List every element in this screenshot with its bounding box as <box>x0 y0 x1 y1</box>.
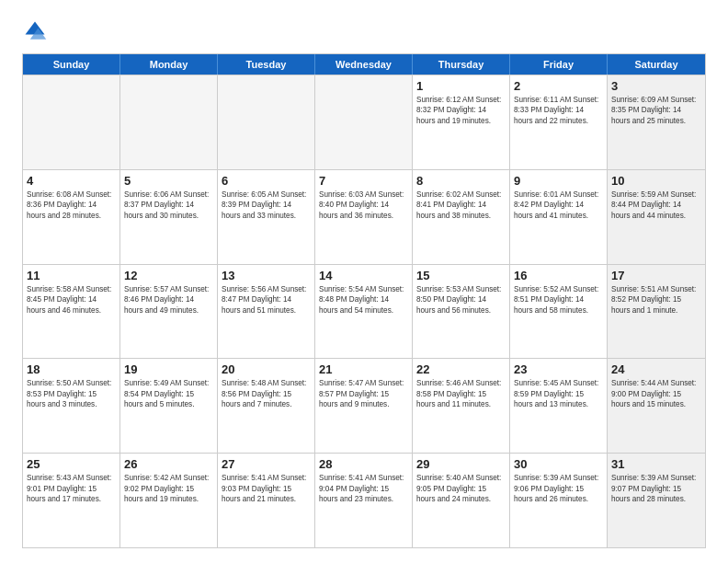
calendar-cell-22: 22Sunrise: 5:46 AM Sunset: 8:58 PM Dayli… <box>413 359 510 453</box>
calendar-cell-23: 23Sunrise: 5:45 AM Sunset: 8:59 PM Dayli… <box>510 359 608 453</box>
day-info: Sunrise: 6:12 AM Sunset: 8:32 PM Dayligh… <box>416 95 506 126</box>
calendar-cell-27: 27Sunrise: 5:41 AM Sunset: 9:03 PM Dayli… <box>218 454 315 547</box>
day-info: Sunrise: 6:02 AM Sunset: 8:41 PM Dayligh… <box>416 190 506 221</box>
calendar-header-tuesday: Tuesday <box>218 54 315 75</box>
calendar-cell-14: 14Sunrise: 5:54 AM Sunset: 8:48 PM Dayli… <box>315 265 413 359</box>
calendar-cell-28: 28Sunrise: 5:41 AM Sunset: 9:04 PM Dayli… <box>315 454 413 547</box>
header <box>22 18 706 44</box>
day-info: Sunrise: 5:51 AM Sunset: 8:52 PM Dayligh… <box>611 284 701 316</box>
day-info: Sunrise: 5:42 AM Sunset: 9:02 PM Dayligh… <box>124 473 213 504</box>
day-info: Sunrise: 5:41 AM Sunset: 9:03 PM Dayligh… <box>222 473 311 504</box>
day-number: 30 <box>514 457 603 471</box>
day-number: 5 <box>124 174 213 188</box>
calendar-week-1: 1Sunrise: 6:12 AM Sunset: 8:32 PM Daylig… <box>23 75 705 169</box>
day-info: Sunrise: 5:39 AM Sunset: 9:07 PM Dayligh… <box>611 473 701 504</box>
calendar-cell-21: 21Sunrise: 5:47 AM Sunset: 8:57 PM Dayli… <box>315 359 413 453</box>
calendar-cell-31: 31Sunrise: 5:39 AM Sunset: 9:07 PM Dayli… <box>608 454 705 547</box>
calendar-cell-16: 16Sunrise: 5:52 AM Sunset: 8:51 PM Dayli… <box>510 265 608 359</box>
calendar-cell-15: 15Sunrise: 5:53 AM Sunset: 8:50 PM Dayli… <box>413 265 510 359</box>
day-info: Sunrise: 5:44 AM Sunset: 9:00 PM Dayligh… <box>611 378 701 409</box>
day-number: 17 <box>611 269 701 282</box>
day-info: Sunrise: 6:08 AM Sunset: 8:36 PM Dayligh… <box>27 190 116 221</box>
calendar-week-5: 25Sunrise: 5:43 AM Sunset: 9:01 PM Dayli… <box>23 453 705 547</box>
day-number: 23 <box>514 362 603 376</box>
calendar-cell-26: 26Sunrise: 5:42 AM Sunset: 9:02 PM Dayli… <box>120 454 218 547</box>
day-number: 19 <box>124 362 213 376</box>
day-number: 2 <box>514 79 603 93</box>
day-info: Sunrise: 5:49 AM Sunset: 8:54 PM Dayligh… <box>124 378 213 409</box>
day-number: 28 <box>319 457 408 471</box>
calendar: SundayMondayTuesdayWednesdayThursdayFrid… <box>22 53 706 548</box>
day-info: Sunrise: 5:58 AM Sunset: 8:45 PM Dayligh… <box>27 284 116 316</box>
calendar-cell-20: 20Sunrise: 5:48 AM Sunset: 8:56 PM Dayli… <box>218 359 315 453</box>
calendar-header-friday: Friday <box>510 54 608 75</box>
calendar-cell-18: 18Sunrise: 5:50 AM Sunset: 8:53 PM Dayli… <box>23 359 120 453</box>
logo <box>22 18 51 44</box>
day-info: Sunrise: 6:06 AM Sunset: 8:37 PM Dayligh… <box>124 190 213 221</box>
day-info: Sunrise: 5:40 AM Sunset: 9:05 PM Dayligh… <box>416 473 506 504</box>
day-number: 15 <box>416 269 506 282</box>
calendar-header-wednesday: Wednesday <box>315 54 413 75</box>
day-number: 4 <box>27 174 116 188</box>
calendar-cell-9: 9Sunrise: 6:01 AM Sunset: 8:42 PM Daylig… <box>510 170 608 264</box>
calendar-header-thursday: Thursday <box>413 54 510 75</box>
calendar-cell-6: 6Sunrise: 6:05 AM Sunset: 8:39 PM Daylig… <box>218 170 315 264</box>
day-number: 14 <box>319 269 408 282</box>
calendar-cell-25: 25Sunrise: 5:43 AM Sunset: 9:01 PM Dayli… <box>23 454 120 547</box>
day-info: Sunrise: 6:05 AM Sunset: 8:39 PM Dayligh… <box>222 190 311 221</box>
day-info: Sunrise: 5:52 AM Sunset: 8:51 PM Dayligh… <box>514 284 603 316</box>
calendar-cell-24: 24Sunrise: 5:44 AM Sunset: 9:00 PM Dayli… <box>608 359 705 453</box>
day-info: Sunrise: 5:45 AM Sunset: 8:59 PM Dayligh… <box>514 378 603 409</box>
calendar-cell-empty-1 <box>120 75 218 169</box>
day-number: 31 <box>611 457 701 471</box>
calendar-cell-29: 29Sunrise: 5:40 AM Sunset: 9:05 PM Dayli… <box>413 454 510 547</box>
day-number: 11 <box>27 269 116 282</box>
day-info: Sunrise: 6:01 AM Sunset: 8:42 PM Dayligh… <box>514 190 603 221</box>
calendar-header-sunday: Sunday <box>23 54 120 75</box>
day-number: 9 <box>514 174 603 188</box>
logo-icon <box>22 18 48 44</box>
day-number: 26 <box>124 457 213 471</box>
day-number: 6 <box>222 174 311 188</box>
day-number: 20 <box>222 362 311 376</box>
day-number: 24 <box>611 362 701 376</box>
calendar-cell-1: 1Sunrise: 6:12 AM Sunset: 8:32 PM Daylig… <box>413 75 510 169</box>
calendar-cell-7: 7Sunrise: 6:03 AM Sunset: 8:40 PM Daylig… <box>315 170 413 264</box>
day-info: Sunrise: 6:09 AM Sunset: 8:35 PM Dayligh… <box>611 95 701 126</box>
calendar-cell-empty-0 <box>23 75 120 169</box>
calendar-cell-5: 5Sunrise: 6:06 AM Sunset: 8:37 PM Daylig… <box>120 170 218 264</box>
calendar-header-row: SundayMondayTuesdayWednesdayThursdayFrid… <box>23 54 705 75</box>
day-number: 21 <box>319 362 408 376</box>
day-info: Sunrise: 5:54 AM Sunset: 8:48 PM Dayligh… <box>319 284 408 316</box>
day-info: Sunrise: 5:57 AM Sunset: 8:46 PM Dayligh… <box>124 284 213 316</box>
day-number: 12 <box>124 269 213 282</box>
calendar-cell-19: 19Sunrise: 5:49 AM Sunset: 8:54 PM Dayli… <box>120 359 218 453</box>
day-number: 25 <box>27 457 116 471</box>
day-number: 7 <box>319 174 408 188</box>
page: SundayMondayTuesdayWednesdayThursdayFrid… <box>0 0 728 563</box>
calendar-cell-12: 12Sunrise: 5:57 AM Sunset: 8:46 PM Dayli… <box>120 265 218 359</box>
day-number: 10 <box>611 174 701 188</box>
calendar-cell-17: 17Sunrise: 5:51 AM Sunset: 8:52 PM Dayli… <box>608 265 705 359</box>
calendar-body: 1Sunrise: 6:12 AM Sunset: 8:32 PM Daylig… <box>23 75 705 547</box>
calendar-cell-30: 30Sunrise: 5:39 AM Sunset: 9:06 PM Dayli… <box>510 454 608 547</box>
calendar-cell-4: 4Sunrise: 6:08 AM Sunset: 8:36 PM Daylig… <box>23 170 120 264</box>
calendar-week-3: 11Sunrise: 5:58 AM Sunset: 8:45 PM Dayli… <box>23 264 705 359</box>
calendar-cell-13: 13Sunrise: 5:56 AM Sunset: 8:47 PM Dayli… <box>218 265 315 359</box>
day-info: Sunrise: 5:43 AM Sunset: 9:01 PM Dayligh… <box>27 473 116 504</box>
calendar-header-monday: Monday <box>120 54 218 75</box>
day-number: 13 <box>222 269 311 282</box>
calendar-cell-3: 3Sunrise: 6:09 AM Sunset: 8:35 PM Daylig… <box>608 75 705 169</box>
day-number: 27 <box>222 457 311 471</box>
day-info: Sunrise: 5:56 AM Sunset: 8:47 PM Dayligh… <box>222 284 311 316</box>
day-info: Sunrise: 6:11 AM Sunset: 8:33 PM Dayligh… <box>514 95 603 126</box>
day-number: 8 <box>416 174 506 188</box>
day-number: 29 <box>416 457 506 471</box>
calendar-cell-11: 11Sunrise: 5:58 AM Sunset: 8:45 PM Dayli… <box>23 265 120 359</box>
calendar-cell-8: 8Sunrise: 6:02 AM Sunset: 8:41 PM Daylig… <box>413 170 510 264</box>
calendar-header-saturday: Saturday <box>608 54 705 75</box>
day-info: Sunrise: 5:39 AM Sunset: 9:06 PM Dayligh… <box>514 473 603 504</box>
calendar-week-2: 4Sunrise: 6:08 AM Sunset: 8:36 PM Daylig… <box>23 169 705 264</box>
calendar-cell-empty-3 <box>315 75 413 169</box>
day-number: 18 <box>27 362 116 376</box>
